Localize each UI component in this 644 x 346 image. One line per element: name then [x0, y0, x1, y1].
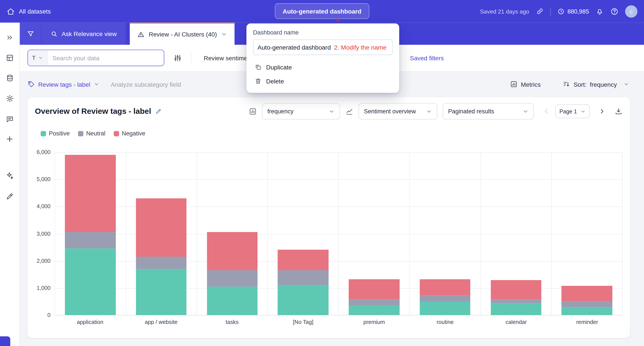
- bar-segment-positive: [65, 248, 116, 315]
- x-axis-label: app / website: [126, 319, 196, 325]
- bar-segment-neutral: [349, 299, 399, 306]
- legend-item-negative[interactable]: Negative: [114, 130, 145, 137]
- plot-area: [54, 152, 622, 316]
- next-page-chevron-icon[interactable]: [598, 108, 606, 115]
- stacked-bar: [207, 232, 258, 315]
- saved-filters-link[interactable]: Saved filters: [410, 54, 444, 62]
- results-mode-value: Paginated results: [448, 108, 494, 114]
- bar-segment-neutral: [491, 300, 541, 304]
- header-actions: Saved 21 days ago 880,985 c: [480, 5, 638, 18]
- chart: 01,0002,0003,0004,0005,0006,000: [35, 152, 622, 316]
- usage-count[interactable]: 880,985: [557, 8, 589, 15]
- database-icon[interactable]: [4, 72, 16, 84]
- sidebar: [0, 22, 20, 346]
- category-field-select[interactable]: Review tags - label: [38, 80, 90, 88]
- view-select[interactable]: Sentiment overview: [358, 103, 437, 120]
- legend-item-positive[interactable]: Positive: [41, 130, 70, 137]
- chart-column: [339, 152, 410, 315]
- page-select[interactable]: Page 1: [555, 104, 590, 118]
- bar-segment-positive: [278, 285, 328, 315]
- menu-items: Duplicate Delete: [253, 60, 392, 88]
- metric-select[interactable]: frequency: [262, 103, 340, 120]
- chevron-down-icon[interactable]: [221, 31, 227, 37]
- dashboard-name-button[interactable]: Auto-generated dashboard: [275, 3, 369, 19]
- bar-segment-positive: [349, 306, 399, 315]
- bar-segment-negative: [65, 155, 116, 232]
- notifications-bell-icon[interactable]: [596, 7, 604, 16]
- subcategory-field-select[interactable]: Analyze subcategory field: [111, 80, 181, 88]
- view-select-value: Sentiment overview: [364, 108, 416, 114]
- bar-chart-icon: [249, 108, 257, 115]
- legend-swatch: [78, 131, 83, 136]
- sort-control[interactable]: Sort: frequency: [563, 80, 629, 88]
- legend: PositiveNeutralNegative: [41, 130, 622, 137]
- chevron-down-icon: [38, 56, 43, 60]
- bar-segment-neutral: [207, 270, 258, 286]
- chart-column: [481, 152, 552, 315]
- chart-card: Overview of Review tags - label frequenc…: [28, 98, 630, 338]
- x-axis-label: application: [54, 319, 126, 325]
- bar-segment-positive: [562, 307, 612, 315]
- legend-label: Negative: [122, 130, 146, 137]
- bar-segment-positive: [136, 269, 186, 315]
- chevron-down-icon: [580, 108, 586, 114]
- search-input[interactable]: [48, 50, 164, 66]
- bar-segment-negative: [207, 232, 258, 270]
- x-axis-label: [No Tag]: [268, 319, 338, 325]
- stacked-bar: [65, 155, 116, 315]
- results-mode-select[interactable]: Paginated results: [443, 103, 534, 120]
- tab-label: Review - AI Clusters (40): [149, 31, 217, 38]
- card-header: Overview of Review tags - label frequenc…: [35, 103, 622, 120]
- y-tick-label: 2,000: [37, 258, 51, 264]
- share-link-icon[interactable]: [536, 8, 544, 15]
- annotation-step-1: 1.: [336, 16, 340, 22]
- menu-item-duplicate[interactable]: Duplicate: [253, 60, 392, 74]
- chevron-down-icon[interactable]: [94, 81, 99, 87]
- x-axis-label: premium: [338, 319, 410, 325]
- page-select-value: Page 1: [560, 108, 577, 114]
- bar-segment-neutral: [136, 257, 186, 269]
- top-header: All datasets Auto-generated dashboard 1.…: [0, 0, 644, 22]
- filter-funnel-icon[interactable]: [20, 22, 41, 45]
- warning-icon: [137, 30, 144, 38]
- legend-item-neutral[interactable]: Neutral: [78, 130, 105, 137]
- metrics-chart-icon: [510, 80, 518, 88]
- chevron-down-icon: [426, 108, 432, 114]
- sort-icon: [563, 80, 570, 88]
- sliders-icon[interactable]: [173, 54, 182, 62]
- metrics-button[interactable]: Metrics: [510, 80, 541, 88]
- sparkles-icon[interactable]: [4, 170, 16, 181]
- all-datasets-nav[interactable]: All datasets: [6, 7, 51, 16]
- prev-page-chevron-icon[interactable]: [543, 108, 550, 115]
- download-icon[interactable]: [614, 107, 623, 116]
- chat-icon[interactable]: [4, 113, 16, 125]
- chart-column: [55, 152, 126, 315]
- menu-item-delete[interactable]: Delete: [253, 74, 392, 88]
- y-tick-label: 3,000: [37, 231, 51, 237]
- sort-label: Sort:: [574, 80, 586, 88]
- bar-segment-positive: [491, 304, 541, 315]
- tag-icon: [28, 80, 35, 88]
- help-icon[interactable]: [610, 7, 619, 16]
- expand-sidebar-icon[interactable]: [4, 32, 16, 43]
- plus-icon[interactable]: [4, 133, 16, 144]
- content-area: Review tags - label Analyze subcategory …: [20, 71, 644, 346]
- edit-title-pencil-icon[interactable]: [155, 108, 162, 114]
- chart-column: [197, 152, 268, 315]
- bar-segment-negative: [491, 280, 541, 300]
- review-sentiment-label[interactable]: Review sentiment: [204, 54, 252, 62]
- user-avatar[interactable]: c: [625, 5, 638, 18]
- field-type-selector[interactable]: T: [28, 50, 48, 66]
- x-axis-label: reminder: [552, 319, 622, 325]
- pencil-icon[interactable]: [4, 190, 16, 202]
- bar-segment-neutral: [562, 301, 612, 308]
- tab-review-ai-clusters[interactable]: Review - AI Clusters (40): [130, 22, 234, 45]
- gear-icon[interactable]: [4, 93, 16, 104]
- header-divider: [550, 7, 551, 16]
- usage-count-value: 880,985: [568, 8, 589, 15]
- menu-item-label: Delete: [266, 77, 284, 84]
- dashboard-icon[interactable]: [4, 52, 16, 64]
- chart-column: [268, 152, 339, 315]
- tab-ask-relevance[interactable]: Ask Relevance view: [42, 22, 126, 45]
- dashboard-name-input[interactable]: Auto-generated dashboard 2. Modify the n…: [253, 39, 392, 55]
